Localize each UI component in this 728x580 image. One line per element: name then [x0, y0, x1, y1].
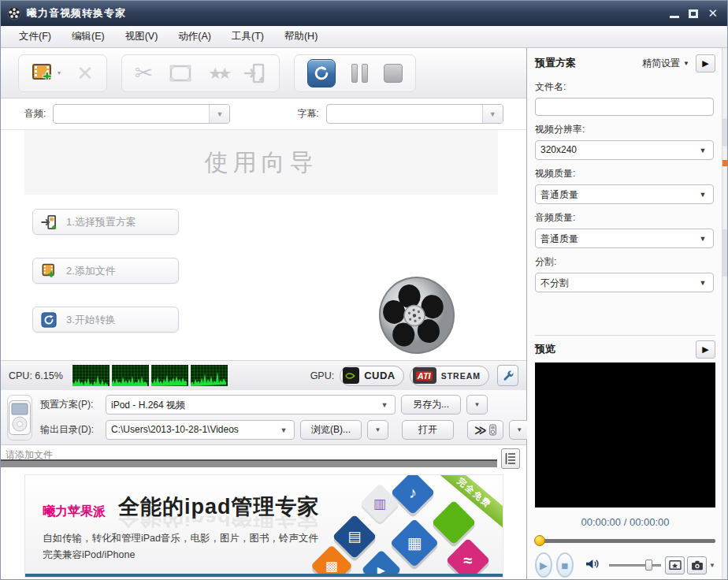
output-dir-select[interactable]: C:\Users\2013-10-28-1\Videos ▼ — [106, 420, 295, 440]
snapshot-caret-icon[interactable]: ▼ — [709, 562, 715, 569]
banner-description-1: 自如传输，转化和管理iPad音乐，电影，图片，图书，铃声文件 — [43, 532, 318, 545]
preview-header: 预览 ▶ — [535, 340, 715, 359]
stop-button[interactable] — [384, 64, 403, 83]
audio-select-value — [54, 105, 209, 123]
main-toolbar: ▾ ✕ ✂ ★★ — [1, 48, 526, 99]
volume-knob[interactable] — [645, 560, 652, 571]
video-quality-label: 视频质量: — [535, 167, 715, 180]
save-as-caret-button[interactable]: ▼ — [466, 395, 488, 415]
menu-help[interactable]: 帮助(H) — [274, 27, 328, 46]
wizard-step-choose-profile[interactable]: 1.选择预置方案 — [32, 209, 179, 235]
audio-quality-caret-icon: ▼ — [693, 229, 713, 247]
menu-file[interactable]: 文件(F) — [9, 27, 61, 46]
scroll-strip-segment — [722, 229, 727, 277]
output-dir-value: C:\Users\2013-10-28-1\Videos — [106, 421, 273, 439]
video-quality-select[interactable]: 普通质量 ▼ — [535, 184, 714, 204]
toolbar-convert-group — [294, 54, 416, 92]
audio-quality-select[interactable]: 普通质量 ▼ — [535, 229, 714, 248]
add-file-caret-icon[interactable]: ▾ — [58, 69, 61, 76]
transfer-chevrons-icon: ≫ — [474, 423, 487, 437]
wizard-step-add-files[interactable]: 2.添加文件 — [32, 258, 179, 284]
left-column: ▾ ✕ ✂ ★★ 音频: ▼ 字幕: — [1, 48, 527, 580]
volume-track[interactable] — [609, 564, 661, 567]
cpu-graph-4 — [191, 365, 228, 386]
menu-tools[interactable]: 工具(T) — [221, 27, 274, 46]
close-button[interactable]: ✕ — [708, 7, 718, 20]
settings-mode-select[interactable]: 精简设置 ▼ — [642, 57, 689, 70]
menu-view[interactable]: 视图(V) — [115, 27, 169, 46]
audio-quality-value: 普通质量 — [536, 229, 693, 247]
convert-button[interactable] — [307, 59, 336, 87]
add-file-button[interactable]: ▾ — [32, 63, 61, 84]
profile-label: 预置方案(P): — [40, 398, 100, 411]
seek-track[interactable] — [535, 539, 715, 543]
nvidia-icon — [343, 367, 359, 384]
preview-video-screen — [535, 362, 715, 507]
preview-play-button[interactable]: ▶ — [535, 552, 552, 578]
cpu-gpu-bar: CPU: 6.15% GPU: CUDA ATI STREAM — [1, 360, 526, 390]
promo-banner: 曦力苹果派 全能的ipad管理专家 全能的ipad管理专家 自如传输，转化和管理… — [1, 472, 526, 580]
settings-mode-caret-icon: ▼ — [683, 60, 689, 67]
queue-status-row: 请添加文件 — [1, 445, 526, 472]
seek-bar[interactable] — [535, 535, 715, 546]
seek-knob[interactable] — [534, 535, 545, 546]
pause-button[interactable] — [351, 64, 368, 83]
profile-panel-title: 预置方案 — [535, 56, 576, 70]
browse-caret-button[interactable]: ▼ — [367, 420, 388, 440]
scroll-strip-orange-marker — [722, 160, 727, 166]
open-button[interactable]: 打开 — [402, 420, 454, 440]
menu-action[interactable]: 动作(A) — [168, 27, 221, 46]
snapshot-camera-button[interactable] — [687, 556, 707, 574]
banner-cubes-graphic: ♪ ▥ ▤ ▦ ≈ ▩ ▶ 完全免费 — [321, 475, 503, 578]
queue-list-button[interactable] — [501, 448, 520, 469]
audio-quality-label: 音频质量: — [535, 211, 715, 225]
preview-title: 预览 — [535, 342, 555, 356]
wizard-step-label: 2.添加文件 — [66, 264, 116, 278]
snapshot-film-button[interactable] — [665, 556, 685, 574]
save-as-button[interactable]: 另存为... — [401, 395, 461, 415]
effects-button[interactable]: ★★ — [208, 65, 227, 81]
filename-input[interactable] — [535, 98, 714, 116]
wizard-step-start-convert[interactable]: 3.开始转换 — [32, 307, 179, 333]
subtitle-select[interactable]: ▼ — [326, 104, 503, 124]
preset-bar: 预置方案(P): iPod - H.264 视频 ▼ 另存为... ▼ 输出目录… — [1, 390, 526, 445]
split-select[interactable]: 不分割 ▼ — [535, 273, 714, 292]
stream-select-row: 音频: ▼ 字幕: ▼ — [1, 99, 526, 130]
title-bar: 曦力音视频转换专家 ✕ — [1, 1, 727, 26]
promo-banner-box[interactable]: 曦力苹果派 全能的ipad管理专家 全能的ipad管理专家 自如传输，转化和管理… — [24, 474, 503, 578]
delete-file-button[interactable]: ✕ — [76, 63, 94, 84]
resolution-caret-icon: ▼ — [693, 141, 713, 159]
clip-button[interactable]: ✂ — [135, 62, 153, 84]
transfer-to-device-button[interactable]: ≫ — [467, 420, 503, 440]
settings-wrench-button[interactable] — [497, 365, 518, 386]
device-ipod-button[interactable] — [7, 395, 32, 441]
profile-caret-icon[interactable]: ▼ — [374, 396, 395, 414]
subtitle-caret-icon[interactable]: ▼ — [482, 105, 503, 123]
profile-select[interactable]: iPod - H.264 视频 ▼ — [106, 395, 396, 415]
resolution-select[interactable]: 320x240 ▼ — [535, 140, 714, 160]
cuda-button[interactable]: CUDA — [340, 366, 404, 386]
audio-label: 音频: — [24, 107, 46, 121]
merge-button[interactable] — [243, 63, 266, 84]
filename-label: 文件名: — [535, 80, 715, 94]
audio-select[interactable]: ▼ — [53, 104, 230, 124]
volume-slider[interactable] — [609, 560, 661, 571]
minimize-button[interactable] — [670, 9, 679, 18]
crop-button[interactable] — [169, 63, 192, 84]
preview-stop-button[interactable]: ■ — [556, 552, 574, 578]
queue-status-text: 请添加文件 — [6, 449, 53, 460]
resolution-label: 视频分辨率: — [535, 123, 715, 136]
audio-caret-icon[interactable]: ▼ — [209, 105, 229, 123]
output-dir-caret-icon[interactable]: ▼ — [273, 421, 294, 439]
preview-expand-button[interactable]: ▶ — [696, 340, 715, 359]
panel-collapse-button[interactable]: ▶ — [696, 54, 715, 72]
ati-stream-button[interactable]: ATI STREAM — [410, 366, 489, 386]
menu-edit[interactable]: 编辑(E) — [61, 27, 115, 46]
file-list-area: 使用向导 1.选择预置方案 2.添加文件 3.开始转换 — [1, 130, 526, 360]
browse-button[interactable]: 浏览(B)... — [300, 420, 362, 440]
right-scroll-strip[interactable] — [722, 48, 728, 580]
wizard-steps: 1.选择预置方案 2.添加文件 3.开始转换 — [32, 209, 179, 355]
preview-section: 预览 ▶ 00:00:00 / 00:00:00 ▶ ■ — [535, 335, 715, 578]
maximize-button[interactable] — [689, 9, 698, 18]
volume-icon[interactable] — [585, 558, 599, 573]
